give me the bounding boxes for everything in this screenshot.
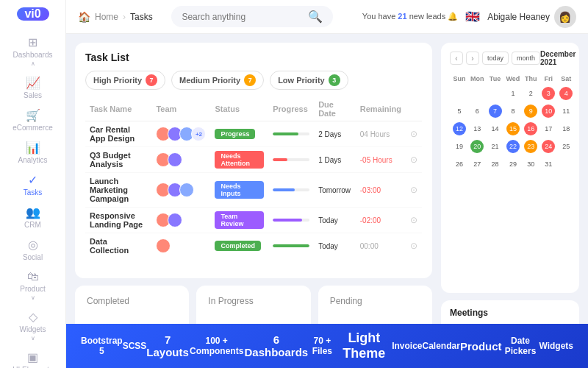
calendar-day[interactable]: 3 — [540, 85, 556, 102]
social-icon: ◎ — [28, 238, 38, 252]
cal-day-dot: 7 — [489, 105, 502, 118]
calendar-header: ‹ › today month December 2021 — [450, 50, 570, 66]
cal-day-dot: 16 — [524, 122, 537, 135]
calendar-day[interactable]: 27 — [469, 156, 486, 172]
col-progress: Progress — [268, 97, 314, 121]
calendar-day[interactable]: 21 — [487, 138, 503, 155]
calendar-day[interactable]: 25 — [558, 138, 574, 155]
calendar-day[interactable]: 28 — [487, 156, 503, 172]
chevron-widgets-icon: ∨ — [31, 335, 35, 342]
promo-widgets-footer: Widgets — [539, 341, 573, 351]
sidebar-item-social[interactable]: ◎ Social — [0, 233, 65, 266]
calendar-day[interactable]: 17 — [540, 121, 556, 137]
calendar-day[interactable]: 22 — [505, 138, 522, 155]
sidebar-item-crm[interactable]: 👥 CRM — [0, 201, 65, 233]
calendar-day[interactable]: 12 — [451, 121, 467, 137]
sidebar-item-analytics[interactable]: 📊 Analytics — [0, 136, 65, 169]
promo-overlay: Bootstrap 5 SCSS 7 Layouts 100 + Compone… — [66, 324, 588, 368]
sidebar: vi0 ⊞ Dashboards ∧ 📈 Sales 🛒 eCommerce 📊… — [0, 0, 66, 368]
leads-badge: You have 21 new leads 🔔 — [362, 12, 458, 21]
search-icon: 🔍 — [308, 10, 323, 24]
content-area: Task List High Priority 7 Medium Priorit… — [66, 34, 588, 368]
calendar-day[interactable]: 31 — [540, 156, 556, 172]
sidebar-item-sales[interactable]: 📈 Sales — [0, 71, 65, 104]
calendar-day[interactable]: 1 — [505, 85, 522, 102]
check-icon: ⊙ — [410, 155, 417, 165]
calendar-day[interactable]: 4 — [558, 85, 574, 102]
calendar-day[interactable]: 26 — [451, 156, 467, 172]
search-input[interactable] — [182, 12, 302, 22]
table-row: Data Collection Completed Today 00:00 ⊙ — [85, 233, 422, 259]
cal-day-dot: 23 — [524, 140, 537, 153]
calendar-day[interactable]: 20 — [469, 138, 486, 155]
calendar-day[interactable]: 29 — [505, 156, 522, 172]
cal-day-dot: 29 — [506, 158, 520, 171]
calendar-day[interactable]: 7 — [487, 103, 503, 119]
sidebar-item-tasks[interactable]: ✓ Tasks — [0, 169, 65, 201]
calendar-day[interactable]: 2 — [523, 85, 539, 102]
calendar-day[interactable]: 18 — [558, 121, 574, 137]
calendar-day[interactable]: 9 — [523, 103, 539, 119]
tab-high-priority[interactable]: High Priority 7 — [85, 71, 165, 90]
main-content: 🏠 Home › Tasks 🔍 You have 21 new leads 🔔… — [66, 0, 588, 368]
calendar-month-button[interactable]: month — [512, 52, 540, 65]
sidebar-item-ecommerce[interactable]: 🛒 eCommerce — [0, 104, 65, 136]
team-cell — [151, 147, 210, 173]
team-cell — [151, 173, 210, 208]
task-name: Car Rental App Design — [90, 125, 135, 143]
team-avatar — [168, 213, 182, 227]
cal-day-dot: 27 — [470, 158, 484, 171]
table-row: Responsive Landing Page Team Review Toda… — [85, 208, 422, 233]
status-cell: Progress — [210, 121, 268, 147]
calendar-day[interactable]: 16 — [523, 121, 539, 137]
chevron-product-icon: ∨ — [31, 294, 35, 301]
status-badge: Team Review — [215, 211, 264, 229]
task-name: Responsive Landing Page — [90, 211, 143, 229]
search-bar[interactable]: 🔍 — [171, 6, 333, 27]
check-icon: ⊙ — [410, 215, 417, 225]
calendar-next-button[interactable]: › — [466, 52, 479, 65]
sidebar-item-dashboards[interactable]: ⊞ Dashboards ∧ — [0, 31, 65, 71]
progress-cell — [268, 208, 314, 233]
calendar-day[interactable]: 24 — [540, 138, 556, 155]
calendar-day[interactable]: 8 — [505, 103, 522, 119]
calendar-day[interactable]: 14 — [487, 121, 503, 137]
tab-low-priority[interactable]: Low Priority 3 — [270, 71, 348, 90]
calendar-day[interactable]: 5 — [451, 103, 467, 119]
action-cell: ⊙ — [406, 121, 422, 147]
calendar-day[interactable]: 6 — [469, 103, 486, 119]
cal-day-tue: Tue — [487, 74, 503, 84]
progress-bar — [273, 188, 309, 191]
due-date: Today — [314, 233, 356, 259]
calendar-day — [469, 85, 486, 102]
stat-completed-label: Completed — [87, 296, 177, 306]
stat-inprogress-label: In Progress — [208, 296, 298, 306]
calendar-day[interactable]: 13 — [469, 121, 486, 137]
table-row: Launch Marketing Campaign Needs Inputs T… — [85, 173, 422, 208]
calendar-today-button[interactable]: today — [482, 52, 509, 65]
calendar-day[interactable]: 15 — [505, 121, 522, 137]
crm-icon: 👥 — [26, 205, 40, 219]
calendar-prev-button[interactable]: ‹ — [450, 52, 463, 65]
progress-bar — [273, 132, 309, 135]
sidebar-item-widgets[interactable]: ◇ Widgets ∨ — [0, 305, 65, 346]
table-row: Q3 Budget Analysis Needs Attention 1 Day… — [85, 147, 422, 173]
action-cell: ⊙ — [406, 173, 422, 208]
remaining: 00:00 — [356, 233, 406, 259]
task-name: Q3 Budget Analysis — [90, 151, 131, 169]
task-name: Launch Marketing Campaign — [90, 177, 129, 203]
check-icon: ⊙ — [410, 185, 417, 195]
team-cell: +2 — [151, 121, 210, 147]
calendar-day[interactable]: 11 — [558, 103, 574, 119]
cal-day-dot: 11 — [559, 105, 573, 118]
status-cell: Needs Attention — [210, 147, 268, 173]
calendar-day[interactable]: 30 — [523, 156, 539, 172]
tab-medium-priority[interactable]: Medium Priority 7 — [171, 71, 264, 90]
calendar-day[interactable]: 19 — [451, 138, 467, 155]
sidebar-item-ui[interactable]: ▣ UI Elements ∨ — [0, 346, 65, 368]
promo-product: Product — [460, 340, 502, 353]
sidebar-item-product[interactable]: 🛍 Product ∨ — [0, 266, 65, 305]
calendar-day[interactable]: 10 — [540, 103, 556, 119]
analytics-icon: 📊 — [26, 141, 40, 155]
calendar-day[interactable]: 23 — [523, 138, 539, 155]
